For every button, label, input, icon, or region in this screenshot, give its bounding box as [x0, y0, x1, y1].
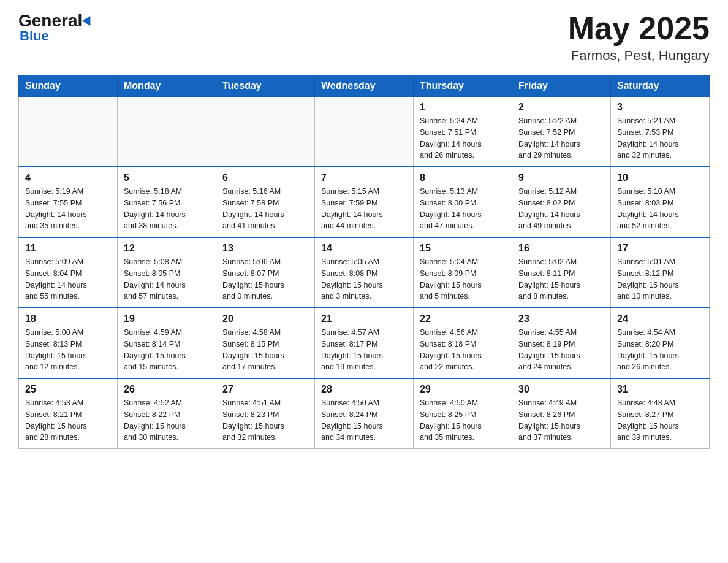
day-info: Sunrise: 5:15 AMSunset: 7:59 PMDaylight:…: [321, 186, 407, 232]
day-info: Sunrise: 5:08 AMSunset: 8:05 PMDaylight:…: [124, 256, 210, 302]
day-number: 26: [124, 384, 210, 395]
calendar-day-cell: 29Sunrise: 4:50 AMSunset: 8:25 PMDayligh…: [414, 378, 512, 449]
day-info: Sunrise: 4:50 AMSunset: 8:25 PMDaylight:…: [420, 397, 506, 443]
day-info: Sunrise: 4:59 AMSunset: 8:14 PMDaylight:…: [124, 327, 210, 373]
day-info: Sunrise: 4:56 AMSunset: 8:18 PMDaylight:…: [420, 327, 506, 373]
calendar-day-cell: 13Sunrise: 5:06 AMSunset: 8:07 PMDayligh…: [216, 237, 315, 308]
day-number: 3: [617, 102, 703, 113]
calendar-day-cell: 22Sunrise: 4:56 AMSunset: 8:18 PMDayligh…: [414, 308, 512, 378]
day-info: Sunrise: 4:53 AMSunset: 8:21 PMDaylight:…: [25, 397, 111, 443]
day-info: Sunrise: 4:49 AMSunset: 8:26 PMDaylight:…: [518, 397, 604, 443]
day-info: Sunrise: 5:21 AMSunset: 7:53 PMDaylight:…: [617, 115, 703, 161]
day-number: 20: [222, 313, 308, 324]
calendar-day-cell: [315, 97, 414, 167]
calendar-day-cell: 18Sunrise: 5:00 AMSunset: 8:13 PMDayligh…: [19, 308, 118, 378]
day-info: Sunrise: 5:12 AMSunset: 8:02 PMDaylight:…: [518, 186, 604, 232]
calendar-day-header: Monday: [118, 75, 216, 97]
day-info: Sunrise: 4:48 AMSunset: 8:27 PMDaylight:…: [617, 397, 703, 443]
day-number: 24: [617, 313, 703, 324]
calendar-body: 1Sunrise: 5:24 AMSunset: 7:51 PMDaylight…: [19, 97, 710, 449]
calendar-day-header: Sunday: [19, 75, 118, 97]
day-number: 13: [222, 243, 308, 254]
day-info: Sunrise: 5:18 AMSunset: 7:56 PMDaylight:…: [124, 186, 210, 232]
day-number: 14: [321, 243, 407, 254]
day-info: Sunrise: 5:24 AMSunset: 7:51 PMDaylight:…: [420, 115, 506, 161]
day-number: 8: [420, 172, 506, 183]
calendar-day-header: Wednesday: [315, 75, 414, 97]
calendar-day-cell: 12Sunrise: 5:08 AMSunset: 8:05 PMDayligh…: [118, 237, 216, 308]
calendar-day-cell: 25Sunrise: 4:53 AMSunset: 8:21 PMDayligh…: [19, 378, 118, 449]
day-info: Sunrise: 4:51 AMSunset: 8:23 PMDaylight:…: [222, 397, 308, 443]
day-number: 16: [518, 243, 604, 254]
day-info: Sunrise: 5:02 AMSunset: 8:11 PMDaylight:…: [518, 256, 604, 302]
day-number: 18: [25, 313, 111, 324]
location: Farmos, Pest, Hungary: [568, 48, 710, 64]
day-number: 11: [25, 243, 111, 254]
month-title: May 2025: [568, 12, 710, 44]
calendar-day-cell: 16Sunrise: 5:02 AMSunset: 8:11 PMDayligh…: [512, 237, 611, 308]
calendar-day-cell: 27Sunrise: 4:51 AMSunset: 8:23 PMDayligh…: [216, 378, 315, 449]
day-info: Sunrise: 5:19 AMSunset: 7:55 PMDaylight:…: [25, 186, 111, 232]
day-number: 7: [321, 172, 407, 183]
calendar-day-cell: 19Sunrise: 4:59 AMSunset: 8:14 PMDayligh…: [118, 308, 216, 378]
day-number: 28: [321, 384, 407, 395]
calendar-day-cell: 14Sunrise: 5:05 AMSunset: 8:08 PMDayligh…: [315, 237, 414, 308]
day-info: Sunrise: 4:50 AMSunset: 8:24 PMDaylight:…: [321, 397, 407, 443]
page-header: General Blue May 2025 Farmos, Pest, Hung…: [18, 12, 710, 64]
day-number: 19: [124, 313, 210, 324]
logo: General Blue: [18, 12, 93, 44]
calendar-week-row: 1Sunrise: 5:24 AMSunset: 7:51 PMDaylight…: [19, 97, 710, 167]
calendar-day-cell: 5Sunrise: 5:18 AMSunset: 7:56 PMDaylight…: [118, 167, 216, 237]
logo-blue: Blue: [20, 28, 49, 44]
calendar-day-cell: 17Sunrise: 5:01 AMSunset: 8:12 PMDayligh…: [611, 237, 710, 308]
calendar-day-cell: 30Sunrise: 4:49 AMSunset: 8:26 PMDayligh…: [512, 378, 611, 449]
day-number: 10: [617, 172, 703, 183]
day-info: Sunrise: 4:57 AMSunset: 8:17 PMDaylight:…: [321, 327, 407, 373]
day-number: 27: [222, 384, 308, 395]
calendar-day-cell: 31Sunrise: 4:48 AMSunset: 8:27 PMDayligh…: [611, 378, 710, 449]
day-number: 1: [420, 102, 506, 113]
calendar-day-cell: 9Sunrise: 5:12 AMSunset: 8:02 PMDaylight…: [512, 167, 611, 237]
logo-triangle-icon: [82, 16, 95, 28]
day-number: 5: [124, 172, 210, 183]
day-number: 31: [617, 384, 703, 395]
day-info: Sunrise: 5:16 AMSunset: 7:58 PMDaylight:…: [222, 186, 308, 232]
day-number: 9: [518, 172, 604, 183]
calendar-week-row: 4Sunrise: 5:19 AMSunset: 7:55 PMDaylight…: [19, 167, 710, 237]
day-number: 30: [518, 384, 604, 395]
day-number: 4: [25, 172, 111, 183]
calendar-day-cell: 21Sunrise: 4:57 AMSunset: 8:17 PMDayligh…: [315, 308, 414, 378]
calendar-day-cell: 3Sunrise: 5:21 AMSunset: 7:53 PMDaylight…: [611, 97, 710, 167]
calendar-day-cell: 8Sunrise: 5:13 AMSunset: 8:00 PMDaylight…: [414, 167, 512, 237]
calendar-day-cell: 1Sunrise: 5:24 AMSunset: 7:51 PMDaylight…: [414, 97, 512, 167]
day-info: Sunrise: 5:22 AMSunset: 7:52 PMDaylight:…: [518, 115, 604, 161]
calendar-day-header: Thursday: [414, 75, 512, 97]
calendar-day-cell: 26Sunrise: 4:52 AMSunset: 8:22 PMDayligh…: [118, 378, 216, 449]
calendar-day-cell: 2Sunrise: 5:22 AMSunset: 7:52 PMDaylight…: [512, 97, 611, 167]
calendar-day-cell: 20Sunrise: 4:58 AMSunset: 8:15 PMDayligh…: [216, 308, 315, 378]
calendar-day-cell: 4Sunrise: 5:19 AMSunset: 7:55 PMDaylight…: [19, 167, 118, 237]
day-number: 12: [124, 243, 210, 254]
day-info: Sunrise: 5:06 AMSunset: 8:07 PMDaylight:…: [222, 256, 308, 302]
day-info: Sunrise: 5:04 AMSunset: 8:09 PMDaylight:…: [420, 256, 506, 302]
day-info: Sunrise: 5:05 AMSunset: 8:08 PMDaylight:…: [321, 256, 407, 302]
calendar-day-cell: 28Sunrise: 4:50 AMSunset: 8:24 PMDayligh…: [315, 378, 414, 449]
day-number: 15: [420, 243, 506, 254]
calendar-week-row: 18Sunrise: 5:00 AMSunset: 8:13 PMDayligh…: [19, 308, 710, 378]
calendar-day-cell: 15Sunrise: 5:04 AMSunset: 8:09 PMDayligh…: [414, 237, 512, 308]
calendar-day-cell: 24Sunrise: 4:54 AMSunset: 8:20 PMDayligh…: [611, 308, 710, 378]
day-info: Sunrise: 4:54 AMSunset: 8:20 PMDaylight:…: [617, 327, 703, 373]
day-number: 23: [518, 313, 604, 324]
calendar-week-row: 11Sunrise: 5:09 AMSunset: 8:04 PMDayligh…: [19, 237, 710, 308]
day-info: Sunrise: 4:55 AMSunset: 8:19 PMDaylight:…: [518, 327, 604, 373]
header-right: May 2025 Farmos, Pest, Hungary: [568, 12, 710, 64]
calendar-day-header: Saturday: [611, 75, 710, 97]
day-info: Sunrise: 4:52 AMSunset: 8:22 PMDaylight:…: [124, 397, 210, 443]
calendar-week-row: 25Sunrise: 4:53 AMSunset: 8:21 PMDayligh…: [19, 378, 710, 449]
day-number: 2: [518, 102, 604, 113]
day-number: 17: [617, 243, 703, 254]
logo-general: General: [18, 12, 93, 29]
day-info: Sunrise: 5:00 AMSunset: 8:13 PMDaylight:…: [25, 327, 111, 373]
calendar-day-cell: 23Sunrise: 4:55 AMSunset: 8:19 PMDayligh…: [512, 308, 611, 378]
day-number: 22: [420, 313, 506, 324]
